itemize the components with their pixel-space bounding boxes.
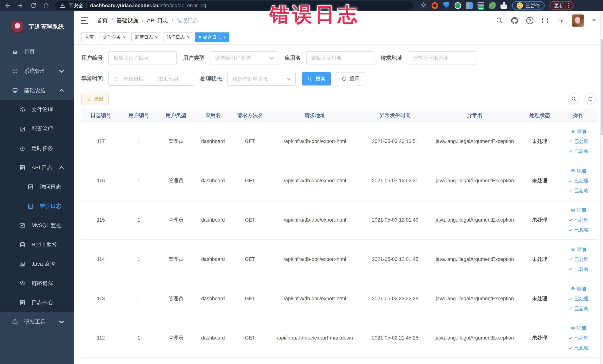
font-size-icon[interactable] [557,17,564,24]
close-tab-icon[interactable] [223,35,226,39]
search-icon [308,76,313,82]
refresh-table-button[interactable] [585,93,596,104]
fullscreen-icon[interactable] [542,17,548,24]
detail-link[interactable]: 详细 [570,207,586,213]
chrome-update-menu[interactable]: 更新 [549,1,574,10]
sidebar-item-java-monitor[interactable]: Java 监控 [0,254,74,274]
refresh-icon [588,96,593,101]
detail-link[interactable]: 详细 [570,247,586,253]
tab[interactable]: 调度日志 [131,33,161,42]
extension-orange-icon[interactable] [431,2,438,9]
sidebar-item-file-manage[interactable]: 文件管理 [0,100,74,119]
user-avatar[interactable] [572,14,584,27]
app-name-input[interactable] [306,51,374,65]
date-range-picker[interactable]: 开始日期 - 结束日期 [108,72,194,86]
cell-exception-time: 2021-05-02 21:45:28 [361,318,429,357]
breadcrumb-infra[interactable]: 基础设施 [108,17,138,24]
sidebar-item-scheduled-jobs[interactable]: 定时任务 [0,139,74,158]
tab[interactable]: 错误日志 [195,33,229,42]
mark-processed-link[interactable]: 已处理 [568,295,588,302]
mark-processed-link[interactable]: 已处理 [568,217,588,223]
cell-user-type: 管理员 [157,161,195,200]
mark-processed-link[interactable]: 已处理 [568,256,588,262]
breadcrumb-api-log[interactable]: API 日志 [138,17,168,24]
extension-green-icon[interactable] [454,2,461,9]
detail-link[interactable]: 详细 [570,286,586,292]
mark-processed-link[interactable]: 已处理 [568,178,588,184]
tab[interactable]: 定时任务 [100,33,129,42]
profile-paused-pill[interactable]: 已暂停 [512,1,545,10]
cell-actions: 详细 已处理 已忽略 [559,279,598,318]
extension-leaf-icon[interactable] [489,2,496,9]
col-user-type: 用户类型 [157,109,195,122]
cloud-download-icon [19,107,26,113]
back-icon[interactable] [4,2,11,9]
search-icon[interactable] [496,17,503,24]
sidebar-item-infra[interactable]: 基础设施 [0,81,74,100]
extension-grid-icon[interactable] [466,2,473,9]
detail-link[interactable]: 详细 [570,129,586,135]
user-id-input[interactable] [108,51,177,65]
scrollbar-thumb[interactable] [601,39,603,135]
table-row: 116 1 管理员 dashboard GET /api/infra/db-do… [81,161,598,200]
sidebar-item-mysql-monitor[interactable]: MySQL 监控 [0,216,74,235]
sidebar-item-access-log[interactable]: 访问日志 [0,177,74,197]
avatar-caret-icon[interactable] [592,20,596,22]
mark-ignored-link[interactable]: 已忽略 [568,188,588,194]
detail-link[interactable]: 详细 [570,168,586,174]
help-icon[interactable] [526,17,533,24]
sidebar-item-config-manage[interactable]: 配置管理 [0,119,74,139]
mark-ignored-link[interactable]: 已忽略 [568,266,588,272]
eye-icon [570,326,575,330]
sidebar-item-dev-tools[interactable]: 研发工具 [0,312,74,331]
col-request-url: 请求地址 [269,109,361,122]
request-url-input[interactable] [408,51,476,65]
extension-shield-icon[interactable] [443,2,450,9]
status-select[interactable]: 请选择处理状态 [227,72,296,86]
mark-ignored-link[interactable]: 已忽略 [568,148,588,154]
toggle-search-button[interactable] [568,93,579,104]
search-button[interactable]: 搜索 [302,72,331,85]
sidebar-item-log-center[interactable]: 日志中心 [0,293,74,312]
sidebar-item-home[interactable]: 首页 [0,42,74,61]
reset-button[interactable]: 重置 [336,72,365,85]
close-tab-icon[interactable] [123,35,126,39]
mark-processed-link[interactable]: 已处理 [568,335,588,341]
end-date-placeholder: 结束日期 [158,75,178,82]
app-body: 芋道管理系统 首页 系统管理 基础设施 文件管理 [0,11,603,364]
home-icon[interactable] [43,2,50,9]
mark-ignored-link[interactable]: 已忽略 [568,227,588,233]
sidebar-item-error-log[interactable]: 错误日志 [0,197,74,216]
mark-processed-link[interactable]: 已处理 [568,138,588,144]
tab[interactable]: 访问日志 [163,33,193,42]
close-tab-icon[interactable] [155,35,158,39]
extensions-puzzle-icon[interactable] [500,2,507,9]
forward-icon[interactable] [17,2,24,9]
close-tab-icon[interactable] [187,35,189,39]
extension-lines-icon[interactable]: on [477,2,484,9]
app-logo[interactable]: 芋道管理系统 [0,11,74,42]
log-document-icon [19,164,26,171]
sidebar-item-system[interactable]: 系统管理 [0,61,74,81]
mark-ignored-link[interactable]: 已忽略 [568,345,588,351]
eye-icon [570,168,575,173]
mark-ignored-link[interactable]: 已忽略 [568,305,588,312]
detail-link[interactable]: 详细 [570,325,586,331]
sidebar-item-trace[interactable]: 链路追踪 [0,274,74,293]
tab[interactable]: 首页 [81,33,97,42]
table-row: 114 1 管理员 dashboard GET /api/infra/db-do… [81,240,598,279]
sidebar-toggle-icon[interactable] [81,17,88,24]
reload-icon[interactable] [30,2,37,9]
user-type-select[interactable]: 请选择用户类型 [210,51,278,65]
breadcrumb-home[interactable]: 首页 [97,17,108,24]
filter-exception-time: 异常时间 开始日期 - 结束日期 [81,72,194,86]
sidebar-item-redis-monitor[interactable]: Redis 监控 [0,235,74,254]
col-method: 请求方法名 [232,109,269,122]
github-icon[interactable] [511,17,518,24]
cell-app-name: dashboard [195,279,232,318]
export-button[interactable]: 导出 [81,93,109,105]
page-scrollbar[interactable] [600,11,603,364]
address-bar[interactable]: 不安全 dashboard.yudao.iocoder.cn/infra/log… [55,1,413,10]
sidebar-item-api-log[interactable]: API 日志 [0,158,74,177]
bookmark-star-icon[interactable] [420,2,427,9]
